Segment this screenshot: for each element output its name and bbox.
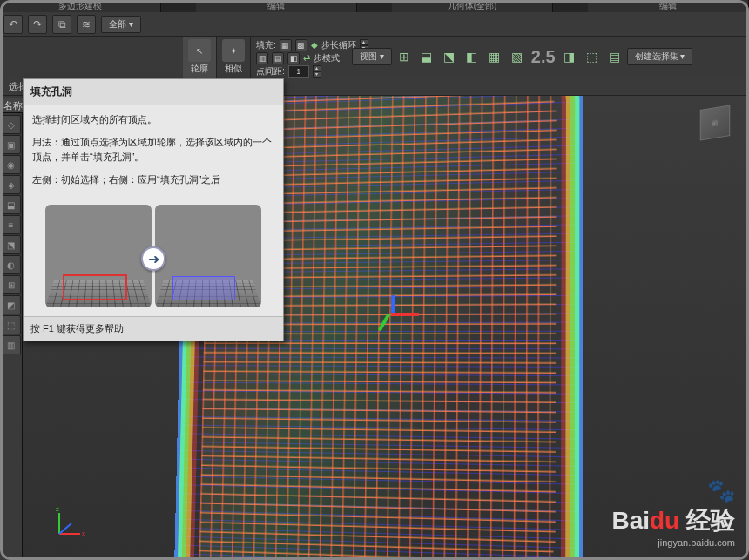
ls-12[interactable]: ▥ <box>2 335 21 354</box>
grp-polymodel[interactable]: 多边形建模 <box>0 0 161 12</box>
grp-edit2[interactable]: 编辑 <box>588 0 749 12</box>
tooltip-p1: 选择封闭区域内的所有顶点。 <box>32 112 274 128</box>
step-mode-label[interactable]: 步模式 <box>314 52 340 64</box>
ls-6[interactable]: ≡ <box>2 215 21 234</box>
grp-geometry[interactable]: 几何体(全部) <box>392 0 553 12</box>
brand-c: 经验 <box>686 507 735 534</box>
title-groups: 多边形建模 编辑 几何体(全部) 编辑 <box>0 0 749 12</box>
ribbon: ↖ 轮廓 ✦ 相似 填充: ▦ ▩ ◆ 步长循环 ▴▾ ▥ ▤ ◧ ⇄ 步模式 … <box>0 37 749 78</box>
undo-icon[interactable]: ↶ <box>3 15 23 34</box>
after-image <box>155 205 261 307</box>
ricon-5[interactable]: ▦ <box>484 46 505 67</box>
arrow-icon: ➜ <box>141 246 165 271</box>
fill-mode-a[interactable]: ▦ <box>280 39 292 51</box>
scope-label: 全部 <box>109 19 126 29</box>
ricon-6[interactable]: ▧ <box>507 46 528 67</box>
cursor-ball-icon: ✦ <box>222 39 245 62</box>
chevron-down-icon: ▾ <box>680 51 685 61</box>
fill-label: 填充: <box>256 39 276 51</box>
top-toolbar: ↶ ↷ ⧉ ≋ 全部 ▾ <box>0 12 749 37</box>
vertex-gap-label: 点间距: <box>256 65 285 78</box>
ls-1[interactable]: ◇ <box>2 115 21 134</box>
brand-a: Bai <box>611 507 650 534</box>
ls-4[interactable]: ◈ <box>2 175 21 194</box>
similar-button[interactable]: ✦ 相似 <box>217 37 251 78</box>
vertex-gap-field[interactable]: 1 <box>288 65 309 78</box>
chevron-down-icon: ▾ <box>129 19 133 29</box>
redo-icon[interactable]: ↷ <box>28 15 47 34</box>
ricon-2[interactable]: ⬓ <box>416 46 437 67</box>
fill-opt-1[interactable]: ▥ <box>256 52 268 64</box>
tooltip-p3: 左侧：初始选择；右侧：应用“填充孔洞”之后 <box>32 172 274 188</box>
wave-icon[interactable]: ≋ <box>77 15 96 34</box>
ricon-3[interactable]: ⬔ <box>439 46 460 67</box>
ribbon-right: 视图 ▾ ⊞ ⬓ ⬔ ◧ ▦ ▧ 2.5 ◨ ⬚ ▤ 创建选择集 ▾ <box>348 37 749 77</box>
tooltip-fill-hole: 填充孔洞 选择封闭区域内的所有顶点。 用法：通过顶点选择为区域加轮廓，选择该区域… <box>23 78 284 341</box>
ricon-8[interactable]: ⬚ <box>582 46 603 67</box>
grp-edit[interactable]: 编辑 <box>196 0 357 12</box>
ls-7[interactable]: ⬔ <box>2 235 21 254</box>
big-number: 2.5 <box>531 47 556 67</box>
fill-opt-2[interactable]: ▤ <box>272 52 284 64</box>
similar-label: 相似 <box>225 63 242 75</box>
ls-11[interactable]: ⬚ <box>2 315 21 334</box>
ls-8[interactable]: ◐ <box>2 255 21 274</box>
watermark-sub: jingyan.baidu.com <box>611 537 735 548</box>
ls-3[interactable]: ◉ <box>2 155 21 174</box>
fill-opt-3[interactable]: ◧ <box>287 52 300 64</box>
view-dropdown[interactable]: 视图 ▾ <box>352 48 392 65</box>
outline-button[interactable]: ↖ 轮廓 <box>183 37 217 78</box>
axis-gizmo-icon: z x <box>54 504 89 539</box>
watermark: 🐾 Baidu 经验 jingyan.baidu.com <box>611 477 735 548</box>
ricon-1[interactable]: ⊞ <box>394 46 415 67</box>
create-selection-set[interactable]: 创建选择集 ▾ <box>627 48 693 65</box>
brand-b: du <box>650 507 679 534</box>
view-cube[interactable]: 前 <box>700 105 730 140</box>
left-toolstrip: ◇ ▣ ◉ ◈ ⬓ ≡ ⬔ ◐ ⊞ ◩ ⬚ ▥ <box>0 113 23 560</box>
svg-text:x: x <box>82 530 85 537</box>
paw-icon: 🐾 <box>611 477 735 504</box>
svg-line-2 <box>59 523 71 534</box>
tooltip-footer: 按 F1 键获得更多帮助 <box>24 316 283 341</box>
ls-5[interactable]: ⬓ <box>2 195 21 214</box>
tooltip-p2: 用法：通过顶点选择为区域加轮廓，选择该区域内的一个顶点，并单击“填充孔洞”。 <box>32 135 274 165</box>
scope-dropdown[interactable]: 全部 ▾ <box>101 16 141 33</box>
before-image <box>45 205 152 307</box>
tooltip-illustration: ➜ <box>24 201 283 316</box>
transform-gizmo[interactable] <box>375 295 410 330</box>
ls-2[interactable]: ▣ <box>2 135 21 154</box>
cursor-icon: ↖ <box>188 39 211 62</box>
vertex-gap-spinner[interactable]: ▴▾ <box>313 65 321 78</box>
svg-text:z: z <box>56 505 59 513</box>
ls-9[interactable]: ⊞ <box>2 275 21 294</box>
ricon-4[interactable]: ◧ <box>462 46 482 67</box>
create-sel-label: 创建选择集 <box>635 51 678 61</box>
ricon-9[interactable]: ▤ <box>604 46 625 67</box>
ls-10[interactable]: ◩ <box>2 295 21 314</box>
link-icon[interactable]: ⧉ <box>52 15 71 34</box>
ricon-7[interactable]: ◨ <box>559 46 580 67</box>
fill-mode-b[interactable]: ▩ <box>295 39 307 51</box>
outline-label: 轮廓 <box>191 63 208 75</box>
tooltip-title: 填充孔洞 <box>24 79 283 105</box>
